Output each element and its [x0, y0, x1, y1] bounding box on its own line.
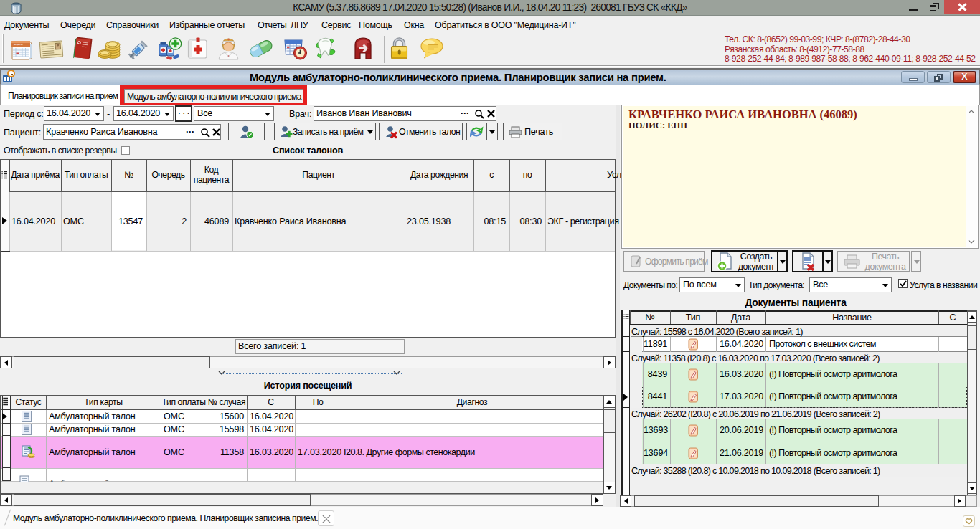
svg-text:апрель: апрель [14, 42, 24, 46]
